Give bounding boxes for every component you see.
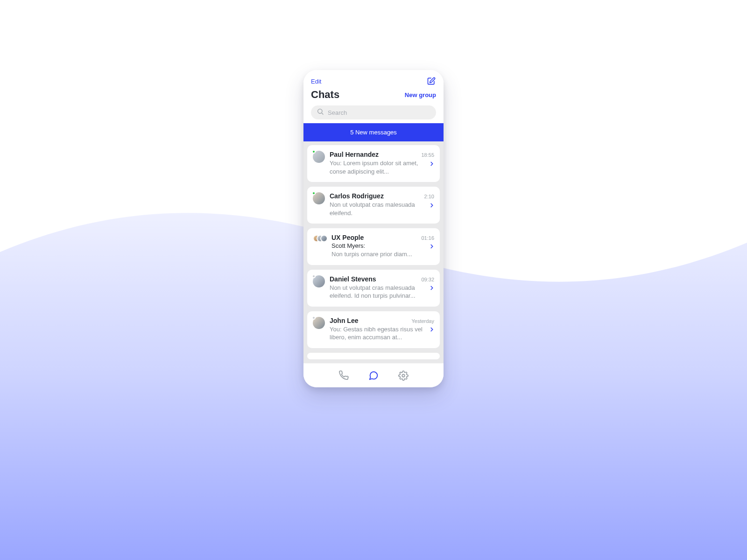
chat-preview: Non ut volutpat cras malesuada eleifend. — [330, 201, 434, 217]
chat-row[interactable]: Daniel Stevens 09:32 Non ut volutpat cra… — [307, 270, 440, 307]
chat-row[interactable]: Paul Hernandez 18:55 You: Lorem ipsum do… — [307, 145, 440, 182]
chevron-right-icon — [429, 202, 435, 209]
new-messages-banner[interactable]: 5 New messages — [303, 123, 444, 141]
tab-calls[interactable] — [338, 371, 349, 381]
avatar — [313, 275, 325, 287]
chat-preview: You: Lorem ipsum dolor sit amet, conse a… — [330, 159, 434, 175]
phone-frame: Edit Chats New group — [303, 70, 444, 387]
tab-settings[interactable] — [398, 371, 409, 381]
chat-time: 09:32 — [421, 277, 434, 282]
chat-preview: You: Gestas nibh egestas risus vel liber… — [330, 325, 434, 342]
chat-time: 18:55 — [421, 152, 434, 158]
group-avatar — [313, 234, 327, 243]
search-field[interactable] — [311, 105, 436, 119]
chat-list: Paul Hernandez 18:55 You: Lorem ipsum do… — [303, 141, 444, 363]
gear-icon — [398, 371, 409, 381]
chat-row-peek — [307, 353, 440, 359]
chevron-right-icon — [429, 285, 435, 291]
tab-bar — [303, 363, 444, 387]
chat-row[interactable]: UX People 01:16 Scott Myers: Non turpis … — [307, 228, 440, 265]
chevron-right-icon — [429, 161, 435, 167]
chat-sender: Scott Myers: — [331, 242, 434, 249]
chat-name: Carlos Rodriguez — [330, 192, 384, 200]
svg-point-0 — [318, 109, 322, 113]
presence-offline-icon — [312, 316, 316, 320]
compose-icon — [427, 77, 436, 86]
chat-bubble-icon — [368, 371, 379, 381]
chevron-right-icon — [429, 326, 435, 333]
phone-icon — [338, 371, 349, 381]
presence-offline-icon — [312, 274, 316, 278]
avatar — [313, 317, 325, 329]
chat-row[interactable]: John Lee Yesterday You: Gestas nibh eges… — [307, 311, 440, 348]
chat-time: 01:16 — [421, 235, 434, 241]
chevron-right-icon — [429, 243, 435, 250]
chats-header: Edit Chats New group — [303, 70, 444, 123]
search-input[interactable] — [328, 109, 430, 116]
search-icon — [317, 108, 324, 117]
avatar — [313, 192, 325, 204]
edit-button[interactable]: Edit — [311, 78, 321, 85]
presence-online-icon — [312, 150, 316, 154]
tab-chats[interactable] — [368, 371, 379, 381]
chat-preview: Non ut volutpat cras malesuada eleifend.… — [330, 284, 434, 300]
svg-point-2 — [402, 374, 405, 377]
chat-preview: Non turpis ornare prior diam... — [331, 250, 434, 259]
page-title: Chats — [311, 89, 339, 101]
chat-time: 2:10 — [424, 194, 434, 199]
chat-name: UX People — [331, 234, 364, 241]
chat-name: John Lee — [330, 317, 358, 324]
compose-button[interactable] — [427, 77, 436, 86]
new-group-button[interactable]: New group — [405, 91, 436, 98]
chat-name: Paul Hernandez — [330, 151, 379, 158]
chat-time: Yesterday — [411, 318, 434, 324]
avatar — [313, 151, 325, 163]
svg-line-1 — [322, 113, 323, 114]
chat-row[interactable]: Carlos Rodriguez 2:10 Non ut volutpat cr… — [307, 187, 440, 224]
chat-name: Daniel Stevens — [330, 275, 376, 283]
